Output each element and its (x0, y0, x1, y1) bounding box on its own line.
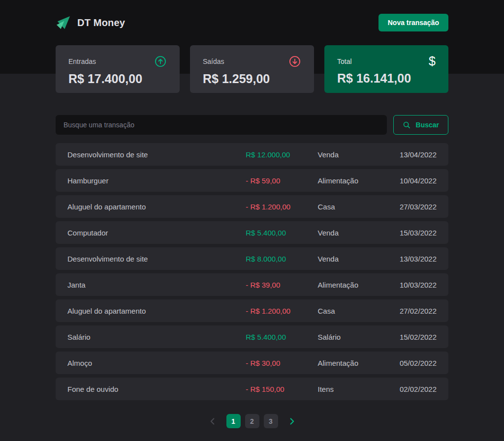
search-input[interactable] (56, 115, 387, 135)
page-button-2[interactable]: 2 (245, 414, 259, 428)
total-card-value: R$ 16.141,00 (337, 71, 436, 86)
transaction-description: Hamburguer (67, 176, 246, 185)
transaction-category: Alimentação (318, 281, 374, 289)
arrow-up-circle-icon (154, 55, 167, 68)
search-button[interactable]: Buscar (393, 115, 448, 135)
transaction-description: Computador (67, 229, 246, 237)
transaction-category: Salário (318, 333, 374, 341)
pagination: 1 2 3 (56, 414, 448, 428)
transaction-row: Computador R$ 5.400,00 Venda 15/03/2022 (56, 221, 448, 244)
transaction-amount: - R$ 150,00 (246, 385, 317, 393)
arrow-down-circle-icon (288, 55, 301, 68)
page-button-3[interactable]: 3 (264, 414, 278, 428)
outcome-summary-card: Saídas R$ 1.259,00 (190, 45, 314, 93)
transaction-row: Desenvolvimento de site R$ 12.000,00 Ven… (56, 143, 448, 166)
transaction-row: Aluguel do apartamento - R$ 1.200,00 Cas… (56, 299, 448, 322)
transaction-description: Almoço (67, 359, 246, 367)
transaction-description: Desenvolvimento de site (67, 255, 246, 263)
transaction-category: Itens (318, 385, 374, 393)
transaction-amount: - R$ 1.200,00 (246, 203, 317, 211)
dt-money-logo-icon (56, 15, 71, 30)
transaction-category: Casa (318, 203, 374, 211)
transaction-date: 10/04/2022 (374, 176, 437, 185)
transaction-amount: - R$ 1.200,00 (246, 307, 317, 315)
transaction-category: Alimentação (318, 176, 374, 185)
transaction-date: 13/03/2022 (374, 255, 437, 263)
transaction-amount: R$ 5.400,00 (246, 333, 317, 341)
brand: DT Money (56, 15, 125, 30)
transaction-category: Alimentação (318, 359, 374, 367)
transaction-description: Aluguel do apartamento (67, 307, 246, 315)
transaction-date: 15/02/2022 (374, 333, 437, 341)
transaction-category: Venda (318, 229, 374, 237)
transaction-date: 10/03/2022 (374, 281, 437, 289)
new-transaction-button[interactable]: Nova transação (378, 14, 448, 31)
search-icon (403, 121, 411, 129)
transaction-row: Fone de ouvido - R$ 150,00 Itens 02/02/2… (56, 378, 448, 400)
transaction-date: 27/03/2022 (374, 203, 437, 211)
transaction-amount: R$ 5.400,00 (246, 229, 317, 237)
transaction-row: Janta - R$ 39,00 Alimentação 10/03/2022 (56, 273, 448, 296)
total-card-value-income: R$ 1.259,00 (203, 72, 301, 86)
page-button-1[interactable]: 1 (226, 414, 241, 428)
summary-cards: Entradas R$ 17.400,00 Saídas (56, 45, 448, 93)
transaction-amount: R$ 8.000,00 (246, 255, 317, 263)
search-button-label: Buscar (416, 121, 439, 129)
transaction-category: Casa (318, 307, 374, 315)
transaction-category: Venda (318, 255, 374, 263)
dollar-sign-icon: $ (429, 55, 436, 67)
transaction-row: Salário R$ 5.400,00 Salário 15/02/2022 (56, 325, 448, 348)
transaction-description: Aluguel do apartamento (67, 203, 246, 211)
transaction-amount: - R$ 39,00 (246, 281, 317, 289)
transaction-date: 27/02/2022 (374, 307, 437, 315)
search-section: Buscar (56, 115, 448, 135)
transaction-date: 02/02/2022 (374, 385, 437, 393)
transaction-description: Desenvolvimento de site (67, 150, 246, 159)
transaction-amount: - R$ 30,00 (246, 359, 317, 367)
transactions-list: Desenvolvimento de site R$ 12.000,00 Ven… (56, 143, 448, 400)
income-card-value: R$ 17.400,00 (68, 72, 167, 86)
transaction-date: 13/04/2022 (374, 150, 437, 159)
transaction-row: Almoço - R$ 30,00 Alimentação 05/02/2022 (56, 352, 448, 374)
transaction-row: Hamburguer - R$ 59,00 Alimentação 10/04/… (56, 169, 448, 192)
transaction-date: 05/02/2022 (374, 359, 437, 367)
income-card-label: Entradas (68, 58, 96, 65)
transaction-description: Salário (67, 333, 246, 341)
outcome-card-label: Saídas (203, 58, 224, 65)
total-card-label: Total (337, 58, 352, 65)
chevron-left-icon (207, 416, 218, 427)
transaction-description: Janta (67, 281, 246, 289)
next-page-button[interactable] (286, 416, 297, 427)
chevron-right-icon (286, 416, 297, 427)
income-summary-card: Entradas R$ 17.400,00 (56, 45, 180, 93)
transaction-date: 15/03/2022 (374, 229, 437, 237)
transaction-description: Fone de ouvido (67, 385, 246, 393)
main-content: Entradas R$ 17.400,00 Saídas (56, 45, 448, 428)
transaction-category: Venda (318, 150, 374, 159)
transaction-row: Desenvolvimento de site R$ 8.000,00 Vend… (56, 247, 448, 270)
previous-page-button[interactable] (207, 416, 218, 427)
transaction-amount: R$ 12.000,00 (246, 150, 317, 159)
transaction-amount: - R$ 59,00 (246, 176, 317, 185)
transaction-row: Aluguel do apartamento - R$ 1.200,00 Cas… (56, 195, 448, 218)
app-title: DT Money (77, 17, 125, 29)
total-summary-card: Total $ R$ 16.141,00 (324, 45, 448, 93)
